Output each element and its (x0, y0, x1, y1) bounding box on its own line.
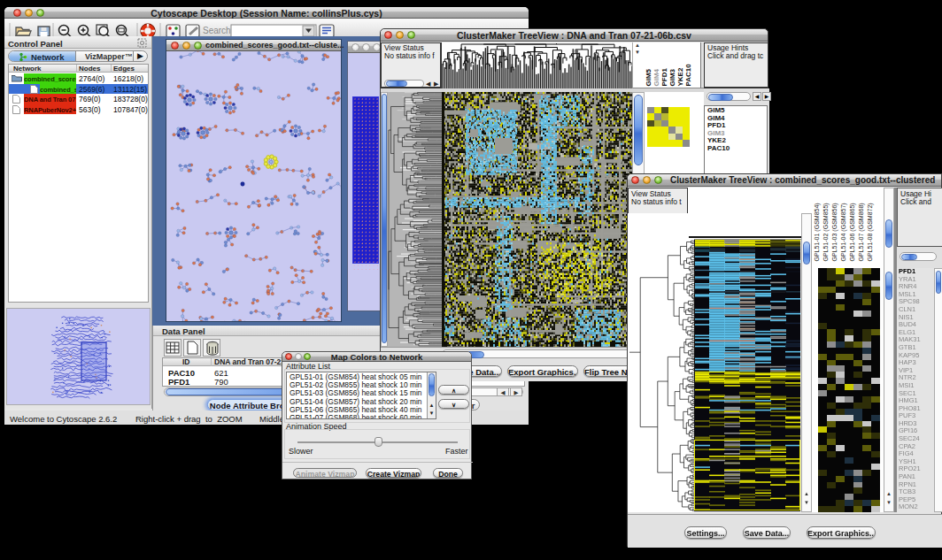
svg-text:Search:: Search: (203, 26, 233, 35)
